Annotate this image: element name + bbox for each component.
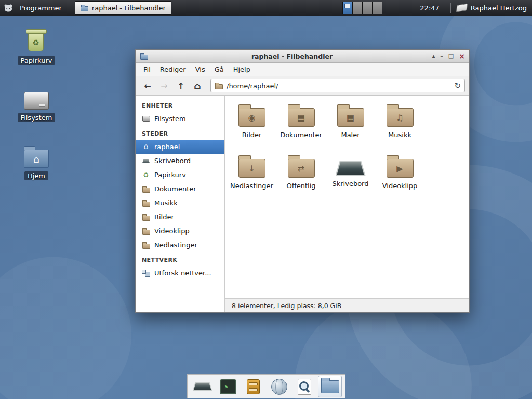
user-session-menu[interactable]: Raphael Hertzog bbox=[457, 4, 527, 12]
sidebar-item-music[interactable]: Musikk bbox=[136, 196, 224, 210]
folder-view-pane: ◉ Bilder ▤ Dokumenter ▦ Mal bbox=[225, 96, 469, 312]
desktop-icon-home[interactable]: ⌂ Hjem bbox=[11, 144, 61, 180]
desktop-icon-trash[interactable]: ♻ Papirkurv bbox=[11, 29, 61, 65]
home-button[interactable]: ⌂ bbox=[190, 79, 205, 93]
sidebar-item-downloads[interactable]: Nedlastinger bbox=[136, 238, 224, 252]
pictures-folder-icon: ◉ bbox=[238, 108, 265, 127]
up-button[interactable]: ↑ bbox=[173, 79, 189, 93]
camera-emblem-icon: ◉ bbox=[239, 109, 265, 126]
taskbar-window-button[interactable]: raphael - Filbehandler bbox=[75, 1, 171, 15]
file-label: Musikk bbox=[388, 131, 411, 139]
music-emblem-icon: ♫ bbox=[387, 109, 413, 126]
downloads-folder-icon bbox=[142, 241, 150, 249]
sidebar-item-label: Nedlastinger bbox=[154, 241, 197, 249]
file-tile-nedlastinger[interactable]: ↓ Nedlastinger bbox=[227, 154, 276, 201]
trash-icon bbox=[142, 171, 150, 179]
menu-go[interactable]: Gå bbox=[210, 63, 229, 76]
desktop-icon-filesystem[interactable]: Filsystem bbox=[11, 87, 61, 122]
workspace-pager bbox=[342, 2, 382, 14]
home-folder-icon: ⌂ bbox=[24, 150, 49, 168]
titlebar[interactable]: raphael - Filbehandler ▴ – □ × bbox=[136, 50, 469, 63]
file-label: Bilder bbox=[242, 131, 262, 139]
sidebar-header-places: STEDER bbox=[136, 126, 224, 140]
sidebar-item-label: Skrivebord bbox=[154, 157, 191, 165]
dock-file-cabinet[interactable] bbox=[242, 376, 265, 397]
minimize-button[interactable]: – bbox=[440, 50, 443, 62]
menu-edit[interactable]: Rediger bbox=[155, 63, 191, 76]
file-tile-skrivebord[interactable]: Skrivebord bbox=[326, 154, 375, 201]
sidebar-item-filesystem[interactable]: Filsystem bbox=[136, 112, 224, 126]
sidebar-item-videos[interactable]: Videoklipp bbox=[136, 224, 224, 238]
sidebar-item-pictures[interactable]: Bilder bbox=[136, 210, 224, 224]
reload-button[interactable]: ↻ bbox=[454, 81, 461, 90]
pictures-folder-icon bbox=[142, 213, 150, 221]
sidebar-item-documents[interactable]: Dokumenter bbox=[136, 182, 224, 196]
file-tile-offentlig[interactable]: ⇄ Offentlig bbox=[276, 154, 326, 201]
places-sidebar: ENHETER Filsystem STEDER raphael Skriveb… bbox=[136, 96, 225, 312]
current-path: /home/raphael/ bbox=[227, 82, 278, 90]
panel-separator bbox=[450, 3, 453, 13]
xfce-logo-icon[interactable] bbox=[3, 3, 14, 13]
file-tile-bilder[interactable]: ◉ Bilder bbox=[227, 103, 276, 150]
home-icon bbox=[142, 143, 150, 151]
drive-icon bbox=[142, 115, 150, 123]
music-folder-icon bbox=[142, 199, 150, 207]
file-tile-maler[interactable]: ▦ Maler bbox=[326, 103, 375, 150]
applications-menu[interactable]: Programmer bbox=[17, 4, 65, 12]
file-tile-musikk[interactable]: ♫ Musikk bbox=[375, 103, 424, 150]
templates-folder-icon: ▦ bbox=[337, 108, 364, 127]
clock[interactable]: 22:47 bbox=[420, 4, 439, 12]
file-tile-dokumenter[interactable]: ▤ Dokumenter bbox=[276, 103, 326, 150]
show-desktop-icon bbox=[193, 382, 212, 391]
dock-app-finder[interactable] bbox=[292, 376, 316, 397]
menu-file[interactable]: Fil bbox=[139, 63, 155, 76]
file-label: Offentlig bbox=[287, 182, 316, 190]
workspace-1[interactable] bbox=[343, 2, 353, 14]
file-tile-videoklipp[interactable]: ▶ Videoklipp bbox=[375, 154, 424, 201]
icon-view[interactable]: ◉ Bilder ▤ Dokumenter ▦ Mal bbox=[225, 96, 469, 298]
desktop-icon-label: Papirkurv bbox=[18, 56, 56, 65]
sidebar-item-trash[interactable]: Papirkurv bbox=[136, 168, 224, 182]
dock-file-manager[interactable] bbox=[318, 376, 342, 397]
shade-button[interactable]: ▴ bbox=[432, 50, 435, 62]
desktop-icon-label: Hjem bbox=[24, 171, 48, 180]
drive-icon bbox=[24, 92, 49, 110]
sidebar-item-label: Bilder bbox=[154, 213, 174, 221]
dock-web-browser[interactable] bbox=[267, 376, 291, 397]
sidebar-item-label: raphael bbox=[154, 143, 180, 151]
back-button[interactable]: ← bbox=[140, 79, 155, 93]
workspace-4[interactable] bbox=[373, 2, 382, 14]
forward-button[interactable]: → bbox=[156, 79, 172, 93]
statusbar-text: 8 ielementer, Ledig plass: 8,0 GiB bbox=[232, 302, 341, 310]
window-icon bbox=[140, 52, 148, 60]
search-icon bbox=[298, 379, 311, 395]
sidebar-header-devices: ENHETER bbox=[136, 98, 224, 112]
desktop-root: Programmer raphael - Filbehandler 22:47 … bbox=[0, 0, 532, 399]
file-cabinet-icon bbox=[247, 379, 260, 394]
sidebar-item-label: Dokumenter bbox=[154, 185, 196, 193]
file-label: Videoklipp bbox=[382, 182, 418, 190]
path-bar[interactable]: /home/raphael/ ↻ bbox=[210, 79, 465, 92]
dock-terminal[interactable]: >_ bbox=[216, 376, 240, 397]
user-name: Raphael Hertzog bbox=[471, 4, 527, 12]
close-button[interactable]: × bbox=[459, 50, 465, 62]
desktop-icon bbox=[336, 161, 366, 176]
menu-help[interactable]: Hjelp bbox=[229, 63, 255, 76]
videos-folder-icon: ▶ bbox=[387, 159, 414, 178]
maximize-button[interactable]: □ bbox=[448, 50, 454, 62]
workspace-3[interactable] bbox=[363, 2, 373, 14]
sidebar-item-browse-network[interactable]: Utforsk nettver... bbox=[136, 266, 224, 280]
trash-icon: ♻ bbox=[25, 29, 47, 52]
sidebar-item-raphael[interactable]: raphael bbox=[136, 140, 224, 154]
dock-show-desktop[interactable] bbox=[191, 376, 215, 397]
desktop-icon bbox=[142, 157, 150, 165]
menu-view[interactable]: Vis bbox=[191, 63, 210, 76]
menubar: Fil Rediger Vis Gå Hjelp bbox=[136, 63, 469, 76]
public-folder-icon: ⇄ bbox=[288, 159, 315, 178]
share-emblem-icon: ⇄ bbox=[288, 159, 314, 177]
panel-separator bbox=[69, 3, 71, 13]
music-folder-icon: ♫ bbox=[387, 108, 414, 127]
workspace-2[interactable] bbox=[353, 2, 363, 14]
sidebar-header-network: NETTVERK bbox=[136, 252, 224, 266]
sidebar-item-desktop[interactable]: Skrivebord bbox=[136, 154, 224, 168]
